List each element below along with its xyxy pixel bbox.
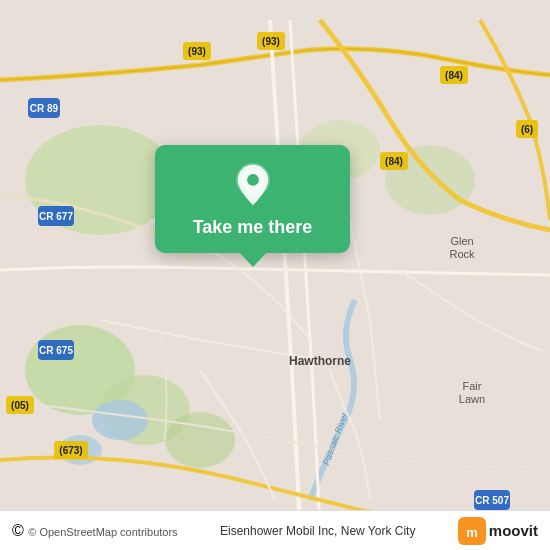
location-pin-icon [231,163,275,207]
svg-text:(93): (93) [262,36,280,47]
take-me-there-button[interactable]: Take me there [193,217,313,239]
svg-text:CR 677: CR 677 [39,211,73,222]
svg-text:Fair: Fair [463,380,482,392]
svg-text:CR 675: CR 675 [39,345,73,356]
svg-text:Rock: Rock [449,248,475,260]
bottom-bar: © © OpenStreetMap contributors Eisenhowe… [0,510,550,550]
moovit-brand-icon: m [458,517,486,545]
moovit-logo: m moovit [458,517,538,545]
location-name: Eisenhower Mobil Inc, New York City [178,524,458,538]
svg-point-7 [92,400,148,440]
svg-text:(84): (84) [445,70,463,81]
popup-card: Take me there [155,145,350,253]
copyright-icon: © [12,522,24,539]
moovit-brand-text: moovit [489,522,538,539]
svg-text:(6): (6) [521,124,533,135]
attribution-text: © © OpenStreetMap contributors [12,522,178,540]
svg-text:(93): (93) [188,46,206,57]
svg-text:CR 507: CR 507 [475,495,509,506]
svg-text:Hawthorne: Hawthorne [289,354,351,368]
map-background: CR 89 (93) (93) (84) (84) (6) CR 677 CR … [0,0,550,550]
svg-point-4 [165,412,235,468]
svg-text:Lawn: Lawn [459,393,485,405]
svg-text:(84): (84) [385,156,403,167]
svg-text:(05): (05) [11,400,29,411]
svg-point-39 [247,174,259,186]
svg-text:Glen: Glen [450,235,473,247]
svg-text:CR 89: CR 89 [30,103,59,114]
attribution-label: © OpenStreetMap contributors [28,526,177,538]
map-container: CR 89 (93) (93) (84) (84) (6) CR 677 CR … [0,0,550,550]
svg-text:(673): (673) [59,445,82,456]
svg-text:m: m [466,525,478,540]
